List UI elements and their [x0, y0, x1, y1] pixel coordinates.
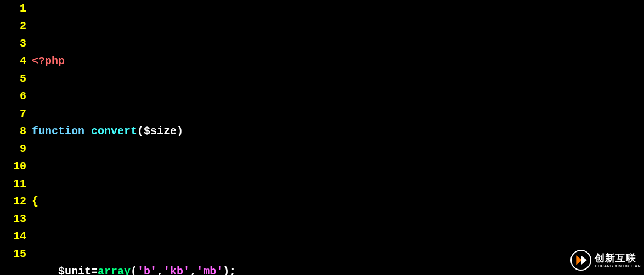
keyword-function: function: [32, 125, 84, 138]
code-line[interactable]: $unit=array('b','kb','mb');: [32, 263, 644, 275]
line-number: 6: [0, 88, 26, 105]
code-line[interactable]: function convert($size): [32, 123, 644, 140]
variable: $unit: [58, 265, 91, 275]
line-number: 11: [0, 175, 26, 193]
brace-open: {: [32, 195, 38, 208]
string-literal: 'kb': [163, 265, 190, 275]
code-line[interactable]: <?php: [32, 53, 644, 70]
line-number: 3: [0, 35, 26, 53]
php-open-tag: <?php: [32, 55, 65, 67]
code-editor[interactable]: 1 2 3 4 5 6 7 8 9 10 11 12 13 14 15 <?ph…: [0, 0, 644, 275]
line-number: 10: [0, 158, 26, 175]
line-number: 2: [0, 18, 26, 35]
builtin-array: array: [98, 265, 131, 275]
variable: $size: [144, 125, 177, 138]
line-number: 12: [0, 193, 26, 210]
line-number: 15: [0, 245, 26, 263]
logo-mark-icon: [574, 253, 588, 267]
watermark-logo-icon: [570, 250, 591, 271]
line-number: 13: [0, 210, 26, 228]
line-number: 7: [0, 105, 26, 123]
function-name: convert: [91, 125, 137, 138]
string-literal: 'b': [137, 265, 157, 275]
line-number: 4: [0, 53, 26, 70]
watermark-cn: 创新互联: [595, 253, 641, 263]
watermark: 创新互联 CHUANG XIN HU LIAN: [570, 250, 641, 271]
line-number: 8: [0, 123, 26, 140]
watermark-en: CHUANG XIN HU LIAN: [595, 264, 641, 268]
code-area[interactable]: <?php function convert($size) { $unit=ar…: [32, 0, 644, 275]
line-number: 14: [0, 228, 26, 245]
line-number: 9: [0, 140, 26, 158]
code-line[interactable]: {: [32, 193, 644, 210]
line-number: 1: [0, 0, 26, 18]
line-number: 5: [0, 70, 26, 88]
watermark-text: 创新互联 CHUANG XIN HU LIAN: [595, 253, 641, 268]
string-literal: 'mb': [196, 265, 223, 275]
line-number-gutter: 1 2 3 4 5 6 7 8 9 10 11 12 13 14 15: [0, 0, 32, 275]
